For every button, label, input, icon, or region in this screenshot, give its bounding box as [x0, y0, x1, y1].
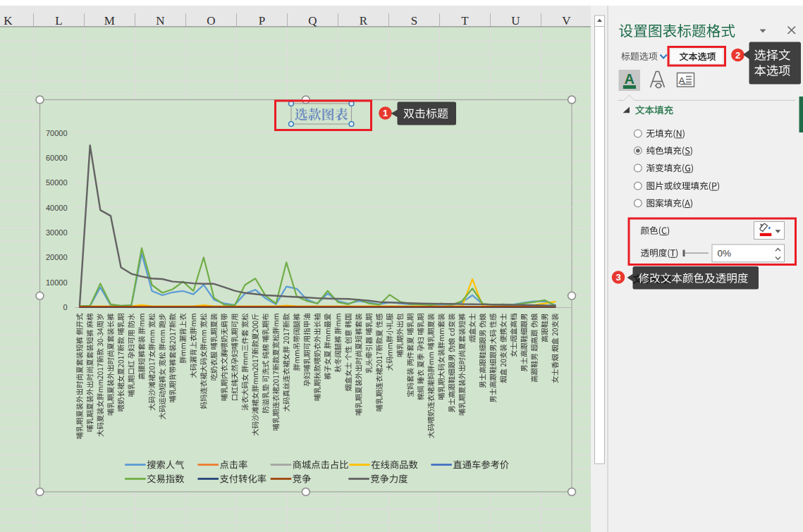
svg-text:3: 3: [615, 272, 620, 283]
svg-text:U: U: [511, 14, 520, 27]
svg-text:40000: 40000: [46, 204, 68, 212]
svg-text:Q: Q: [308, 14, 317, 27]
svg-text:30000: 30000: [46, 228, 68, 237]
svg-text:V: V: [562, 14, 571, 27]
svg-text:M: M: [104, 14, 115, 27]
svg-text:S: S: [411, 14, 417, 27]
svg-text:70000: 70000: [46, 129, 68, 137]
svg-text:10000: 10000: [46, 278, 68, 287]
svg-text:50000: 50000: [46, 178, 68, 187]
svg-text:N: N: [156, 14, 164, 27]
svg-text:R: R: [360, 14, 368, 27]
svg-text:20000: 20000: [46, 253, 68, 261]
svg-text:K: K: [4, 14, 13, 27]
svg-text:P: P: [259, 14, 265, 27]
svg-text:T: T: [461, 14, 469, 27]
svg-text:60000: 60000: [46, 154, 68, 162]
svg-text:1: 1: [383, 108, 388, 118]
svg-text:L: L: [55, 14, 62, 27]
svg-text:O: O: [207, 14, 215, 27]
svg-text:A: A: [624, 71, 634, 87]
svg-text:2: 2: [735, 50, 740, 61]
svg-text:0%: 0%: [718, 248, 732, 259]
svg-text:0: 0: [63, 303, 67, 311]
